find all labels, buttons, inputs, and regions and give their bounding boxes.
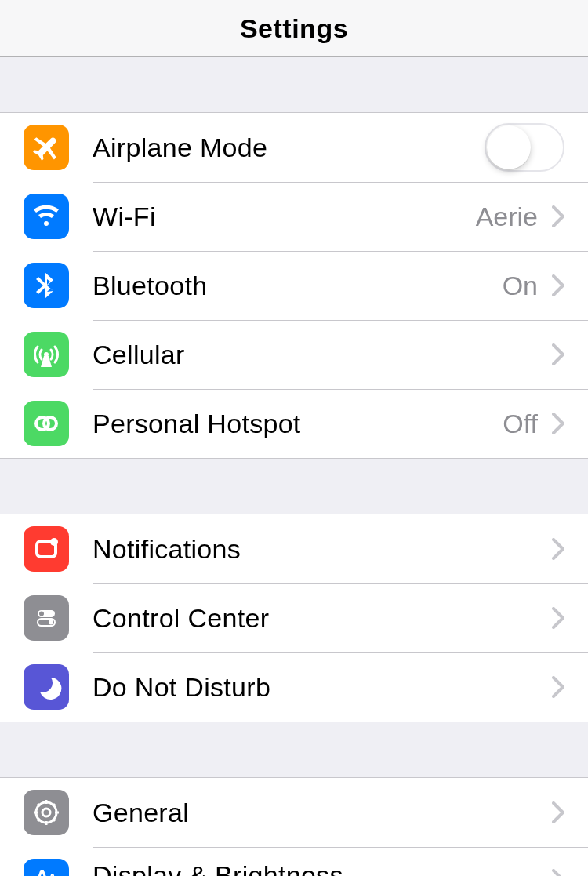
row-display-brightness[interactable]: A A Display & Brightness <box>0 847 588 876</box>
row-label: Control Center <box>93 603 547 634</box>
row-label: Do Not Disturb <box>93 672 547 703</box>
bluetooth-value: On <box>503 271 538 301</box>
wifi-icon <box>24 194 69 239</box>
row-label: Notifications <box>93 534 547 565</box>
row-label: Airplane Mode <box>93 133 485 163</box>
row-label: General <box>93 798 547 828</box>
row-bluetooth[interactable]: Bluetooth On <box>0 251 588 320</box>
row-label: Cellular <box>93 340 547 370</box>
chevron-right-icon <box>552 413 564 434</box>
page-title: Settings <box>240 13 348 44</box>
row-cellular[interactable]: Cellular <box>0 320 588 389</box>
chevron-right-icon <box>552 676 564 698</box>
settings-group-alerts: Notifications Control Center Do Not Dist… <box>0 514 588 722</box>
row-airplane-mode[interactable]: Airplane Mode <box>0 113 588 182</box>
row-label: Personal Hotspot <box>93 409 503 439</box>
bluetooth-icon <box>24 263 69 308</box>
svg-point-8 <box>49 620 53 625</box>
chevron-right-icon <box>552 538 564 560</box>
settings-header: Settings <box>0 0 588 57</box>
group-gap <box>0 459 588 514</box>
chevron-right-icon <box>552 607 564 629</box>
group-gap <box>0 722 588 777</box>
row-control-center[interactable]: Control Center <box>0 583 588 652</box>
hotspot-value: Off <box>503 409 538 439</box>
chevron-right-icon <box>552 801 564 823</box>
chevron-right-icon <box>552 274 564 296</box>
chevron-right-icon <box>552 869 564 876</box>
settings-group-general: General A A Display & Brightness <box>0 777 588 876</box>
svg-point-10 <box>42 809 50 816</box>
display-brightness-icon: A A <box>24 859 69 876</box>
row-do-not-disturb[interactable]: Do Not Disturb <box>0 652 588 722</box>
gear-icon <box>24 790 69 835</box>
toggle-knob <box>487 125 531 169</box>
settings-group-connectivity: Airplane Mode Wi-Fi Aerie Bluetooth On <box>0 112 588 459</box>
row-label: Wi-Fi <box>93 202 476 232</box>
svg-line-18 <box>53 804 55 806</box>
chevron-right-icon <box>552 343 564 365</box>
airplane-mode-toggle[interactable] <box>485 123 564 172</box>
svg-line-16 <box>53 819 55 821</box>
svg-point-6 <box>39 612 44 616</box>
cellular-icon <box>24 332 69 377</box>
chevron-right-icon <box>552 205 564 227</box>
svg-line-15 <box>38 804 40 806</box>
hotspot-icon <box>24 401 69 446</box>
svg-text:A: A <box>48 872 57 876</box>
svg-text:A: A <box>35 866 49 876</box>
control-center-icon <box>24 595 69 641</box>
moon-icon <box>24 664 69 710</box>
svg-line-17 <box>38 819 40 821</box>
row-notifications[interactable]: Notifications <box>0 514 588 583</box>
row-general[interactable]: General <box>0 778 588 847</box>
group-gap <box>0 57 588 112</box>
wifi-value: Aerie <box>476 202 538 232</box>
svg-point-4 <box>50 538 58 546</box>
row-label: Bluetooth <box>93 271 503 301</box>
row-wifi[interactable]: Wi-Fi Aerie <box>0 182 588 251</box>
notifications-icon <box>24 526 69 572</box>
airplane-icon <box>24 125 69 170</box>
row-label: Display & Brightness <box>93 860 547 876</box>
row-personal-hotspot[interactable]: Personal Hotspot Off <box>0 389 588 458</box>
